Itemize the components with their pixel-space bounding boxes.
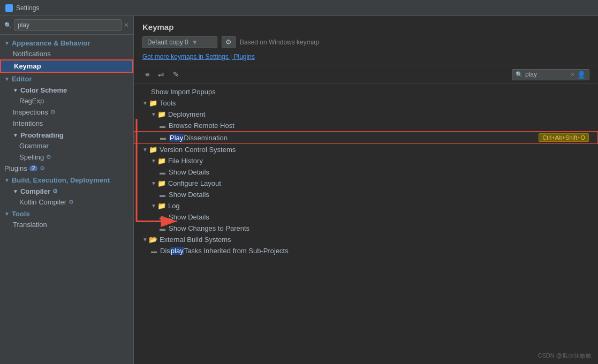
sidebar-item-editor[interactable]: ▼ Editor <box>0 73 133 84</box>
sidebar-item-translation[interactable]: Translation <box>0 219 133 230</box>
show-details-1-label: Show Details <box>169 168 209 176</box>
deployment-item[interactable]: ▼ 📁 Deployment <box>134 109 598 120</box>
show-details-1-item[interactable]: ▬ Show Details <box>134 166 598 178</box>
keymap-based-label: Based on Windows keymap <box>240 39 319 46</box>
display-tasks-item[interactable]: ▬ Display Tasks Inherited from Sub-Proje… <box>134 245 598 256</box>
browse-remote-item[interactable]: ▬ Browse Remote Host <box>134 120 598 131</box>
collapse-button[interactable]: ⇌ <box>155 69 167 80</box>
caret-icon: ▼ <box>142 100 148 106</box>
action-icon: ▬ <box>160 214 165 221</box>
sidebar-item-proofreading[interactable]: ▼ Proofreading <box>0 129 133 140</box>
tools-section-label: Tools <box>160 99 176 107</box>
folder-icon: 📁 <box>157 110 166 118</box>
sidebar-item-label: Translation <box>13 221 47 229</box>
folder-icon: 📁 <box>149 99 157 107</box>
sidebar-item-plugins[interactable]: Plugins 2 ⚙ <box>0 163 133 174</box>
sidebar-item-inspections[interactable]: Inspections ⚙ <box>0 107 133 118</box>
special-folder-icon: 📂 <box>149 236 157 244</box>
show-changes-item[interactable]: ▬ Show Changes to Parents <box>134 223 598 234</box>
configure-layout-label: Configure Layout <box>168 179 221 187</box>
search-clear-button[interactable]: ✕ <box>570 71 575 78</box>
sidebar-item-regexp[interactable]: RegExp <box>0 95 133 107</box>
show-details-3-label: Show Details <box>169 213 209 221</box>
browse-remote-label: Browse Remote Host <box>169 122 234 130</box>
plugins-badge: 2 <box>29 165 38 171</box>
folder-icon: 📁 <box>157 157 166 165</box>
caret-icon: ▼ <box>4 177 10 183</box>
caret-icon: ▼ <box>13 188 18 194</box>
external-build-item[interactable]: ▼ 📂 External Build Systems <box>134 234 598 245</box>
search-icon: 🔍 <box>4 22 12 29</box>
caret-icon: ▼ <box>142 237 148 242</box>
sidebar-item-label: Kotlin Compiler <box>19 198 66 206</box>
sidebar-item-kotlin-compiler[interactable]: Kotlin Compiler ⚙ <box>0 196 133 208</box>
shortcut-badge: Ctrl+Alt+Shift+O <box>539 133 589 142</box>
show-import-popups-item[interactable]: Show Import Popups <box>134 86 598 97</box>
sidebar-item-build[interactable]: ▼ Build, Execution, Deployment <box>0 174 133 185</box>
external-build-label: External Build Systems <box>160 236 231 244</box>
folder-icon: 📁 <box>149 146 157 154</box>
tools-section-item[interactable]: ▼ 📁 Tools <box>134 97 598 109</box>
keymap-gear-button[interactable]: ⚙ <box>222 36 236 48</box>
sidebar-item-intentions[interactable]: Intentions <box>0 118 133 129</box>
sidebar-item-appearance[interactable]: ▼ Appearance & Behavior <box>0 37 133 48</box>
keymap-controls: Default copy 0 ▼ ⚙ Based on Windows keym… <box>142 36 589 48</box>
main-layout: 🔍 ✕ ▼ Appearance & Behavior Notification… <box>0 16 598 364</box>
settings-icon: ⚙ <box>40 165 45 172</box>
window-title: Settings <box>16 4 39 12</box>
edit-button[interactable]: ✎ <box>170 69 182 80</box>
caret-icon: ▼ <box>13 132 18 138</box>
expand-all-button[interactable]: ≡ <box>142 69 152 80</box>
caret-icon: ▼ <box>13 87 18 93</box>
keymap-dropdown-label: Default copy 0 <box>147 39 188 46</box>
keymap-title: Keymap <box>142 22 589 32</box>
sidebar-item-keymap[interactable]: Keymap <box>0 59 133 73</box>
configure-layout-item[interactable]: ▼ 📁 Configure Layout <box>134 178 598 189</box>
action-icon: ▬ <box>160 225 165 232</box>
sidebar-item-color-scheme[interactable]: ▼ Color Scheme <box>0 84 133 95</box>
show-import-label: Show Import Popups <box>151 88 216 96</box>
caret-icon: ▼ <box>151 180 156 186</box>
log-item[interactable]: ▼ 📁 Log <box>134 200 598 211</box>
sidebar-item-grammar[interactable]: Grammar <box>0 140 133 151</box>
action-icon: ▬ <box>160 169 165 176</box>
keymap-header: Keymap Default copy 0 ▼ ⚙ Based on Windo… <box>134 16 598 65</box>
watermark: CSDN @瓜尔佳敏敏 <box>538 352 592 360</box>
folder-icon: 📁 <box>157 202 166 210</box>
file-history-item[interactable]: ▼ 📁 File History <box>134 155 598 166</box>
sidebar-item-tools[interactable]: ▼ Tools <box>0 208 133 219</box>
vcs-label: Version Control Systems <box>160 146 236 154</box>
dissemination-label: Dissemination <box>184 134 228 142</box>
show-details-3-item[interactable]: ▬ Show Details <box>134 211 598 223</box>
sidebar-search-bar: 🔍 ✕ <box>0 16 133 35</box>
sidebar-search-input[interactable] <box>14 19 122 31</box>
keymap-link[interactable]: Get more keymaps in Settings | Plugins <box>142 52 589 60</box>
sidebar-search-clear[interactable]: ✕ <box>124 21 129 29</box>
keymap-dropdown[interactable]: Default copy 0 ▼ <box>142 36 217 48</box>
play-highlight2: play <box>170 247 184 255</box>
sidebar-item-label: RegExp <box>19 97 44 105</box>
caret-icon: ▼ <box>151 203 156 209</box>
sidebar-item-label: Spelling <box>19 153 44 161</box>
caret-icon: ▼ <box>4 40 10 46</box>
keymap-tree: Show Import Popups ▼ 📁 Tools ▼ 📁 Deploym… <box>134 84 598 364</box>
show-changes-label: Show Changes to Parents <box>169 224 249 232</box>
sidebar-item-compiler[interactable]: ▼ Compiler ⚙ <box>0 185 133 196</box>
sidebar-item-notifications[interactable]: Notifications <box>0 48 133 59</box>
tasks-suffix: Tasks Inherited from Sub-Projects <box>184 247 289 255</box>
file-history-label: File History <box>168 157 203 165</box>
play-dissemination-item[interactable]: ▬ Play Dissemination Ctrl+Alt+Shift+O <box>134 131 598 144</box>
title-bar: Settings <box>0 0 598 16</box>
show-details-2-label: Show Details <box>169 191 209 199</box>
dropdown-caret-icon: ▼ <box>192 39 198 46</box>
show-details-2-item[interactable]: ▬ Show Details <box>134 189 598 200</box>
sidebar-item-label: Inspections <box>13 108 48 116</box>
folder-icon: 📁 <box>157 179 166 187</box>
search-icon: 🔍 <box>516 71 523 78</box>
sidebar-section-label: Editor <box>12 75 32 83</box>
keymap-search-input[interactable] <box>525 71 568 78</box>
settings-icon: ⚙ <box>52 188 58 195</box>
vcs-section-item[interactable]: ▼ 📁 Version Control Systems <box>134 144 598 155</box>
sidebar-item-spelling[interactable]: Spelling ⚙ <box>0 151 133 163</box>
play-highlight: Play <box>169 134 184 142</box>
